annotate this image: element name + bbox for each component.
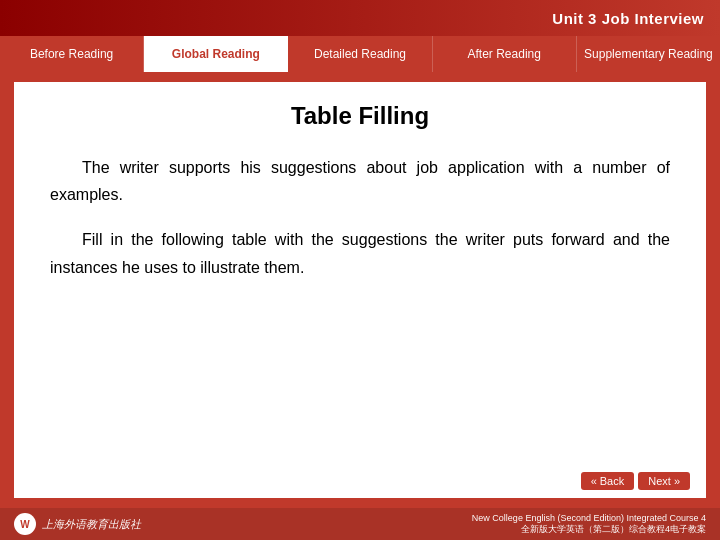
nav-tabs: Before Reading Global Reading Detailed R… (0, 36, 720, 72)
tab-detailed-reading[interactable]: Detailed Reading (288, 36, 432, 72)
publisher-logo-icon: W (14, 513, 36, 535)
footer-info-line2: 全新版大学英语（第二版）综合教程4电子教案 (472, 523, 706, 536)
footer-info: New College English (Second Edition) Int… (472, 513, 706, 536)
next-button[interactable]: Next » (638, 472, 690, 490)
back-button[interactable]: « Back (581, 472, 635, 490)
next-arrow-icon: » (674, 475, 680, 487)
content-area: Table Filling The writer supports his su… (12, 80, 708, 500)
nav-buttons: « Back Next » (581, 472, 690, 490)
paragraph-1: The writer supports his suggestions abou… (50, 154, 670, 208)
tab-before-reading[interactable]: Before Reading (0, 36, 144, 72)
tab-supplementary-reading[interactable]: Supplementary Reading (577, 36, 720, 72)
page-title: Table Filling (291, 102, 429, 130)
tab-after-reading[interactable]: After Reading (433, 36, 577, 72)
top-bar: Unit 3 Job Interview (0, 0, 720, 36)
paragraph-2: Fill in the following table with the sug… (50, 226, 670, 280)
tab-global-reading[interactable]: Global Reading (144, 36, 288, 72)
logo-area: W 上海外语教育出版社 (14, 513, 141, 535)
publisher-name: 上海外语教育出版社 (42, 517, 141, 532)
back-arrow-icon: « (591, 475, 597, 487)
outer-bottom-bar: W 上海外语教育出版社 New College English (Second … (0, 508, 720, 540)
content-body: The writer supports his suggestions abou… (50, 154, 670, 299)
unit-title: Unit 3 Job Interview (552, 10, 704, 27)
footer-info-line1: New College English (Second Edition) Int… (472, 513, 706, 523)
